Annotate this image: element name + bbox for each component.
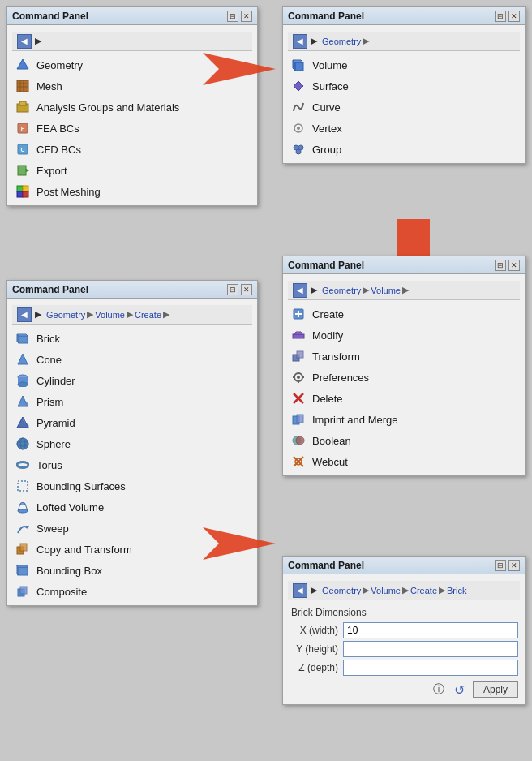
info-btn[interactable]: ⓘ bbox=[431, 681, 447, 698]
menu-item-imprint-merge[interactable]: Imprint and Merge bbox=[283, 409, 525, 430]
menu-item-brick[interactable]: Brick bbox=[7, 328, 257, 349]
panel4-path-geometry[interactable]: Geometry bbox=[322, 286, 361, 295]
panel1-back-btn[interactable]: ◀ bbox=[17, 34, 32, 49]
panel5-close-btn[interactable]: ✕ bbox=[508, 560, 520, 571]
menu-item-analysis[interactable]: Analysis Groups and Materials bbox=[7, 97, 257, 118]
webcut-icon bbox=[291, 454, 306, 469]
cylinder-icon bbox=[15, 373, 30, 388]
menu-item-cone[interactable]: Cone bbox=[7, 349, 257, 370]
panel3-close-btn[interactable]: ✕ bbox=[241, 284, 252, 295]
field-label-z: Z (depth) bbox=[290, 662, 338, 673]
surface-label: Surface bbox=[312, 80, 349, 92]
svg-rect-55 bbox=[20, 587, 27, 594]
panel2-restore-btn[interactable]: ⊟ bbox=[495, 11, 506, 22]
field-row-z: Z (depth) bbox=[290, 660, 518, 676]
svg-rect-12 bbox=[18, 166, 26, 175]
field-input-y[interactable] bbox=[343, 641, 518, 657]
panel4-restore-btn[interactable]: ⊟ bbox=[495, 260, 506, 271]
panel3-path-geometry[interactable]: Geometry bbox=[46, 310, 85, 320]
menu-item-bounding-surfaces[interactable]: Bounding Surfaces bbox=[7, 475, 257, 497]
composite-icon bbox=[15, 584, 30, 599]
menu-item-cfdbcs[interactable]: C CFD BCs bbox=[7, 139, 257, 160]
menu-item-surface[interactable]: Surface bbox=[283, 75, 525, 97]
svg-marker-61 bbox=[294, 332, 302, 334]
apply-button[interactable]: Apply bbox=[473, 681, 518, 698]
field-row-x: X (width) bbox=[290, 622, 518, 638]
menu-item-pyramid[interactable]: Pyramid bbox=[7, 412, 257, 433]
panel5-path-volume[interactable]: Volume bbox=[371, 586, 401, 595]
svg-marker-31 bbox=[18, 354, 28, 364]
reset-btn[interactable]: ↺ bbox=[452, 681, 468, 698]
panel3-restore-btn[interactable]: ⊟ bbox=[227, 284, 238, 295]
menu-item-transform[interactable]: Transform bbox=[283, 346, 525, 367]
panel2-close-btn[interactable]: ✕ bbox=[508, 11, 520, 22]
menu-item-lofted-volume[interactable]: Lofted Volume bbox=[7, 497, 257, 518]
panel1-titlebar: Command Panel ⊟ ✕ bbox=[7, 7, 257, 25]
menu-item-boolean[interactable]: Boolean bbox=[283, 430, 525, 451]
field-input-z[interactable] bbox=[343, 660, 518, 676]
menu-item-bounding-box[interactable]: Bounding Box bbox=[7, 560, 257, 581]
geometry-label: Geometry bbox=[36, 59, 83, 71]
curve-icon bbox=[291, 100, 306, 114]
panel1-restore-btn[interactable]: ⊟ bbox=[227, 11, 238, 22]
panel5-path-geometry[interactable]: Geometry bbox=[322, 586, 361, 595]
panel5-path-create[interactable]: Create bbox=[410, 586, 437, 595]
panel3-back-btn[interactable]: ◀ bbox=[17, 307, 32, 322]
svg-point-45 bbox=[20, 503, 25, 505]
panel3-path-volume[interactable]: Volume bbox=[95, 310, 125, 320]
menu-item-sphere[interactable]: Sphere bbox=[7, 433, 257, 454]
postmeshing-label: Post Meshing bbox=[36, 186, 101, 198]
group-label: Group bbox=[312, 144, 341, 156]
panel5-title: Command Panel bbox=[288, 560, 364, 571]
vertex-icon bbox=[291, 121, 306, 135]
menu-item-composite[interactable]: Composite bbox=[7, 581, 257, 602]
panel5-path-brick[interactable]: Brick bbox=[447, 586, 466, 595]
cfdbcs-icon: C bbox=[15, 142, 30, 157]
menu-item-prism[interactable]: Prism bbox=[7, 391, 257, 412]
cone-label: Cone bbox=[36, 354, 62, 366]
menu-item-volume[interactable]: Volume bbox=[283, 54, 525, 75]
panel5-back-btn[interactable]: ◀ bbox=[293, 583, 307, 598]
field-input-x[interactable] bbox=[343, 622, 518, 638]
menu-item-postmeshing[interactable]: Post Meshing bbox=[7, 181, 257, 202]
panel4-close-btn[interactable]: ✕ bbox=[508, 260, 520, 271]
panel5-titlebar: Command Panel ⊟ ✕ bbox=[283, 557, 525, 574]
panel4-path-volume[interactable]: Volume bbox=[371, 286, 401, 295]
menu-item-create[interactable]: Create bbox=[283, 303, 525, 325]
menu-item-mesh[interactable]: Mesh bbox=[7, 75, 257, 97]
menu-item-delete[interactable]: Delete bbox=[283, 388, 525, 409]
panel2-back-btn[interactable]: ◀ bbox=[293, 34, 307, 49]
webcut-label: Webcut bbox=[312, 456, 348, 468]
transform-icon bbox=[291, 349, 306, 363]
panel2-nav: ◀ ▶ Geometry ▶ bbox=[288, 32, 520, 51]
menu-item-preferences[interactable]: Preferences bbox=[283, 367, 525, 388]
delete-label: Delete bbox=[312, 393, 343, 405]
panel1-close-btn[interactable]: ✕ bbox=[241, 11, 252, 22]
menu-item-feabcs[interactable]: F FEA BCs bbox=[7, 118, 257, 139]
menu-item-webcut[interactable]: Webcut bbox=[283, 451, 525, 472]
panel3-path-create[interactable]: Create bbox=[135, 310, 161, 320]
menu-item-vertex[interactable]: Vertex bbox=[283, 118, 525, 139]
brick-label: Brick bbox=[36, 333, 60, 345]
command-panel-3: Command Panel ⊟ ✕ ◀ ▶ Geometry ▶ Volume … bbox=[6, 280, 258, 606]
field-label-y: Y (height) bbox=[290, 643, 338, 655]
volume-label: Volume bbox=[312, 59, 347, 71]
menu-item-torus[interactable]: Torus bbox=[7, 454, 257, 475]
panel4-back-btn[interactable]: ◀ bbox=[293, 283, 307, 298]
menu-item-modify[interactable]: Modify bbox=[283, 325, 525, 346]
panel2-path-geometry[interactable]: Geometry bbox=[322, 37, 361, 46]
menu-item-cylinder[interactable]: Cylinder bbox=[7, 370, 257, 391]
panel2-path-sep1: ▶ bbox=[363, 36, 369, 46]
svg-rect-51 bbox=[18, 567, 28, 575]
menu-item-group[interactable]: Group bbox=[283, 139, 525, 160]
boolean-label: Boolean bbox=[312, 435, 351, 447]
panel4-title: Command Panel bbox=[288, 260, 364, 271]
composite-label: Composite bbox=[36, 586, 87, 598]
menu-item-curve[interactable]: Curve bbox=[283, 97, 525, 118]
panel5-restore-btn[interactable]: ⊟ bbox=[495, 560, 506, 571]
svg-point-23 bbox=[297, 127, 300, 130]
menu-item-sweep[interactable]: Sweep bbox=[7, 518, 257, 539]
menu-item-export[interactable]: Export bbox=[7, 160, 257, 181]
menu-item-copy-transform[interactable]: Copy and Transform bbox=[7, 539, 257, 560]
menu-item-geometry[interactable]: Geometry bbox=[7, 54, 257, 75]
